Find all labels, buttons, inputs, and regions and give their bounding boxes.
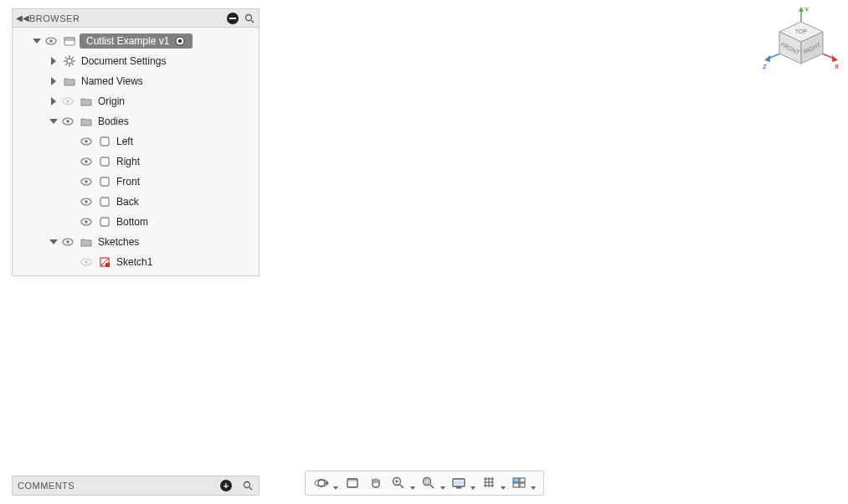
look-at-tool[interactable] xyxy=(341,472,364,494)
zoom-tool[interactable] xyxy=(388,472,418,494)
view-cube[interactable]: Y X Z TOP FRONT RIGHT xyxy=(761,3,841,84)
svg-rect-77 xyxy=(347,479,357,481)
tree-bodies[interactable]: Bodies xyxy=(13,111,259,131)
visibility-toggle[interactable] xyxy=(80,175,93,188)
visibility-toggle[interactable] xyxy=(80,155,93,168)
svg-marker-8 xyxy=(280,230,448,310)
active-component-pill[interactable]: Cutlist Example v1 xyxy=(80,33,193,49)
tree-document-settings[interactable]: Document Settings xyxy=(13,51,259,71)
orbit-tool[interactable] xyxy=(311,472,341,494)
visibility-toggle[interactable] xyxy=(80,195,93,208)
svg-point-50 xyxy=(85,200,88,203)
visibility-toggle[interactable] xyxy=(61,95,75,108)
svg-point-85 xyxy=(423,478,430,486)
tree-body-item[interactable]: Bottom xyxy=(13,212,259,232)
dropdown-icon xyxy=(410,486,415,490)
tree-root[interactable]: Cutlist Example v1 xyxy=(13,31,259,51)
svg-point-62 xyxy=(244,482,250,488)
svg-point-26 xyxy=(178,39,182,43)
svg-point-19 xyxy=(246,14,252,20)
tree-label: Left xyxy=(115,136,133,147)
visibility-toggle[interactable] xyxy=(61,115,75,128)
add-comment-button[interactable]: + xyxy=(220,480,232,491)
expand-icon[interactable] xyxy=(48,116,59,127)
display-settings-tool[interactable] xyxy=(448,472,478,494)
body-icon xyxy=(98,135,111,148)
tree-label: Sketch1 xyxy=(115,256,152,268)
svg-line-34 xyxy=(65,64,67,65)
svg-line-35 xyxy=(72,57,74,59)
expand-icon[interactable] xyxy=(48,55,59,67)
pan-tool[interactable] xyxy=(364,472,388,494)
browser-minimize-button[interactable] xyxy=(227,13,239,24)
svg-point-44 xyxy=(85,160,88,163)
expand-icon[interactable] xyxy=(48,95,59,107)
tree-origin[interactable]: Origin xyxy=(13,91,259,111)
comments-title: COMMENTS xyxy=(18,481,220,491)
body-icon xyxy=(98,155,111,168)
browser-tree: Cutlist Example v1 Document Settings xyxy=(13,28,259,275)
tree-sketches[interactable]: Sketches xyxy=(13,232,259,252)
svg-point-22 xyxy=(49,39,53,43)
svg-rect-42 xyxy=(100,137,109,146)
dropdown-icon xyxy=(531,486,536,490)
tree-body-item[interactable]: Back xyxy=(13,192,259,212)
svg-point-47 xyxy=(85,180,88,183)
tree-label: Bottom xyxy=(115,216,148,228)
app-root: ◀◀ BROWSER Cutlist Example v1 xyxy=(0,0,848,504)
sketch-icon xyxy=(98,255,111,269)
tree-named-views[interactable]: Named Views xyxy=(13,71,259,91)
svg-marker-9 xyxy=(423,218,599,310)
tree-label: Bodies xyxy=(96,116,129,127)
svg-rect-89 xyxy=(456,487,461,489)
svg-point-73 xyxy=(318,480,325,486)
comments-bar: COMMENTS + xyxy=(12,476,260,496)
visibility-toggle[interactable] xyxy=(80,215,93,229)
tree-label: Named Views xyxy=(80,75,143,87)
expand-icon[interactable] xyxy=(31,35,43,47)
svg-marker-0 xyxy=(280,243,423,377)
grid-settings-tool[interactable] xyxy=(478,472,508,494)
svg-point-37 xyxy=(66,100,69,103)
svg-rect-87 xyxy=(425,480,429,483)
tree-root-label: Cutlist Example v1 xyxy=(86,35,169,47)
svg-line-63 xyxy=(249,487,252,490)
fit-tool[interactable] xyxy=(418,472,448,494)
svg-rect-24 xyxy=(64,38,75,40)
expand-icon[interactable] xyxy=(48,75,59,87)
model-preview[interactable] xyxy=(264,100,615,385)
tree-label: Document Settings xyxy=(80,55,166,67)
dropdown-icon xyxy=(333,486,338,490)
activate-radio-icon[interactable] xyxy=(174,35,186,47)
svg-point-27 xyxy=(67,59,72,64)
folder-icon xyxy=(63,75,76,88)
svg-marker-16 xyxy=(319,152,570,283)
browser-search-button[interactable] xyxy=(244,13,255,24)
viewcube-top-face[interactable]: TOP xyxy=(795,28,808,34)
svg-line-20 xyxy=(251,20,254,23)
component-icon xyxy=(63,34,76,48)
folder-icon xyxy=(80,115,93,128)
axis-z-label: Z xyxy=(763,63,767,70)
tree-sketch-item[interactable]: Sketch1 xyxy=(13,252,259,272)
comments-search-button[interactable] xyxy=(242,480,254,491)
visibility-toggle[interactable] xyxy=(44,34,58,48)
visibility-toggle[interactable] xyxy=(80,135,93,148)
visibility-toggle[interactable] xyxy=(61,235,75,249)
collapse-browser-icon[interactable]: ◀◀ xyxy=(16,13,28,23)
tree-body-item[interactable]: Right xyxy=(13,152,259,172)
viewport-layout-tool[interactable] xyxy=(508,472,538,494)
expand-icon[interactable] xyxy=(48,236,59,248)
tree-body-item[interactable]: Left xyxy=(13,131,259,152)
folder-icon xyxy=(80,95,93,108)
visibility-toggle[interactable] xyxy=(80,255,93,269)
svg-marker-11 xyxy=(456,147,599,226)
tree-body-item[interactable]: Front xyxy=(13,172,259,192)
browser-header: ◀◀ BROWSER xyxy=(13,9,259,28)
svg-line-82 xyxy=(400,485,403,488)
svg-rect-99 xyxy=(513,483,519,487)
svg-rect-45 xyxy=(100,157,109,166)
svg-marker-2 xyxy=(280,159,599,310)
tree-label: Right xyxy=(115,156,140,167)
svg-rect-90 xyxy=(455,481,463,485)
